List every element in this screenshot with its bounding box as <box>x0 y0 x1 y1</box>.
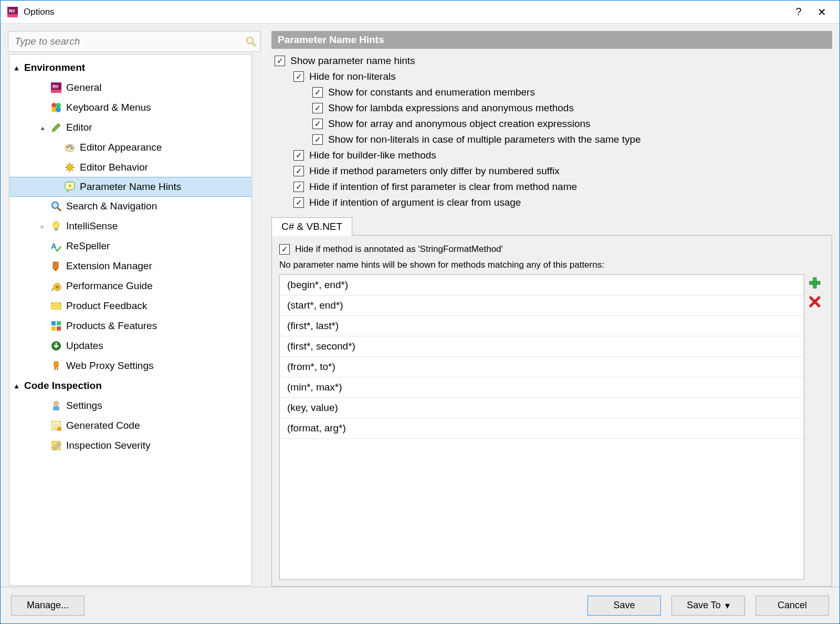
pattern-row[interactable]: (start*, end*) <box>280 295 804 316</box>
checkbox-icon: ✓ <box>312 134 323 145</box>
tree-item[interactable]: Editor Appearance <box>9 138 251 157</box>
tree-item[interactable]: Inspection Severity <box>9 436 251 456</box>
tree-item[interactable]: Search & Navigation <box>9 196 251 216</box>
svg-point-18 <box>52 202 58 208</box>
pattern-row[interactable]: (min*, max*) <box>280 377 804 398</box>
snail-icon <box>50 280 62 292</box>
checkbox-option[interactable]: ✓Show for constants and enumeration memb… <box>312 84 829 100</box>
svg-rect-28 <box>57 321 61 325</box>
tree-item[interactable]: Products & Features <box>9 316 251 336</box>
tree-item-label: Editor <box>66 122 92 133</box>
svg-rect-30 <box>57 326 61 331</box>
checkbox-option[interactable]: ✓Show parameter name hints <box>275 53 829 69</box>
save-to-button[interactable]: Save To▾ <box>671 596 745 616</box>
checkbox-icon: ✓ <box>312 119 323 129</box>
tree-item[interactable]: Settings <box>9 396 251 416</box>
checkbox-option[interactable]: ✓Hide for non-literals <box>293 69 829 84</box>
pattern-row[interactable]: (first*, second*) <box>280 336 804 357</box>
svg-point-35 <box>54 401 58 406</box>
ext-icon <box>50 260 62 272</box>
svg-point-15 <box>71 147 73 149</box>
checkbox-option[interactable]: ✓Show for lambda expressions and anonymo… <box>312 100 829 116</box>
tree-item[interactable]: Generated Code <box>9 416 251 436</box>
tab-strip: C# & VB.NET <box>271 217 832 235</box>
tree-item[interactable]: Performance Guide <box>9 276 251 296</box>
patterns-intro: No parameter name hints will be shown fo… <box>279 260 824 270</box>
rsharp-icon: R# <box>50 82 62 93</box>
tree-item[interactable]: Keyboard & Menus <box>9 98 251 118</box>
gear-icon <box>64 162 76 173</box>
close-button[interactable]: ✕ <box>810 1 833 24</box>
tree-item[interactable]: AReSpeller <box>9 236 251 256</box>
manage-button[interactable]: Manage... <box>11 596 85 616</box>
checkbox-option[interactable]: ✓Show for non-literals in case of multip… <box>312 132 829 147</box>
add-pattern-button[interactable] <box>808 277 821 289</box>
svg-rect-23 <box>55 269 57 271</box>
sidebar: ▴EnvironmentR#GeneralKeyboard & Menus▴Ed… <box>1 24 264 587</box>
pattern-row[interactable]: (key, value) <box>280 398 804 418</box>
svg-point-11 <box>56 107 61 112</box>
plug-icon <box>50 360 62 372</box>
svg-text:R#: R# <box>9 8 15 14</box>
spell-icon: A <box>50 240 62 252</box>
expand-arrow-icon: ▴ <box>41 124 50 132</box>
tree-item-label: Generated Code <box>66 420 140 431</box>
pattern-row[interactable]: (format, arg*) <box>280 418 804 439</box>
tree-item-label: Updates <box>66 340 103 352</box>
checkbox-option[interactable]: ✓Hide if intention of argument is clear … <box>293 195 829 210</box>
main-panel: Parameter Name Hints ✓Show parameter nam… <box>264 24 839 587</box>
tree-item[interactable]: Editor Behavior <box>9 157 251 177</box>
checkbox-label: Hide if method parameters only differ by… <box>309 165 560 177</box>
options-tree[interactable]: ▴EnvironmentR#GeneralKeyboard & Menus▴Ed… <box>9 54 252 586</box>
search-input[interactable] <box>14 35 245 48</box>
pattern-row[interactable]: (from*, to*) <box>280 357 804 377</box>
checkbox-icon: ✓ <box>279 244 290 255</box>
tree-item[interactable]: ▴Environment <box>9 58 251 78</box>
tab-csharp-vbnet[interactable]: C# & VB.NET <box>271 217 352 236</box>
tree-item[interactable]: ▴Code Inspection <box>9 376 251 396</box>
pattern-row[interactable]: (begin*, end*) <box>280 275 804 295</box>
tree-item-label: IntelliSense <box>66 220 118 232</box>
tree-item-label: Keyboard & Menus <box>66 102 151 113</box>
checkbox-option[interactable]: ✓Show for array and anonymous object cre… <box>312 116 829 132</box>
checkbox-option[interactable]: ✓Hide for builder-like methods <box>293 147 829 163</box>
checkbox-icon: ✓ <box>293 182 304 192</box>
save-button[interactable]: Save <box>587 596 661 616</box>
tree-item[interactable]: ▹IntelliSense <box>9 216 251 236</box>
cancel-button[interactable]: Cancel <box>755 596 829 616</box>
tree-item[interactable]: R#General <box>9 78 251 98</box>
search-box[interactable] <box>8 31 260 52</box>
resharper-app-icon: R# <box>7 6 18 18</box>
checkbox-label: Hide if intention of argument is clear f… <box>309 197 521 208</box>
help-button[interactable]: ? <box>787 1 810 24</box>
tree-item-label: Parameter Name Hints <box>80 181 181 193</box>
tree-item-label: Inspection Severity <box>66 440 151 451</box>
pattern-row[interactable]: (first*, last*) <box>280 316 804 336</box>
checkbox-option[interactable]: ✓Hide if intention of first parameter is… <box>293 179 829 195</box>
tree-item[interactable]: Updates <box>9 336 251 356</box>
title-bar: R# Options ? ✕ <box>1 1 839 24</box>
svg-text:A: A <box>51 241 57 250</box>
remove-pattern-button[interactable] <box>808 295 821 308</box>
svg-line-19 <box>58 208 61 211</box>
tree-item-label: Code Inspection <box>24 380 102 392</box>
tree-item[interactable]: Web Proxy Settings <box>9 356 251 376</box>
checkbox-label: Show for array and anonymous object crea… <box>328 118 591 130</box>
page-title: Parameter Name Hints <box>271 31 832 49</box>
tree-item-label: Editor Appearance <box>80 142 162 153</box>
svg-point-17 <box>68 184 71 187</box>
tree-item-label: Environment <box>24 62 85 73</box>
tree-item[interactable]: ▴Editor <box>9 118 251 138</box>
tree-item[interactable]: Product Feedback <box>9 296 251 316</box>
checkbox-string-format[interactable]: ✓ Hide if method is annotated as 'String… <box>279 242 824 257</box>
tab-panel: ✓ Hide if method is annotated as 'String… <box>271 235 832 587</box>
chevron-down-icon: ▾ <box>725 600 730 611</box>
checkbox-option[interactable]: ✓Hide if method parameters only differ b… <box>293 163 829 179</box>
tree-item[interactable]: Parameter Name Hints <box>9 177 252 197</box>
svg-rect-41 <box>810 281 820 284</box>
magnifier-icon <box>50 200 62 212</box>
checkbox-icon: ✓ <box>275 56 285 66</box>
tree-item[interactable]: Extension Manager <box>9 256 251 276</box>
svg-rect-6 <box>51 90 61 93</box>
patterns-list[interactable]: (begin*, end*)(start*, end*)(first*, las… <box>279 274 804 580</box>
